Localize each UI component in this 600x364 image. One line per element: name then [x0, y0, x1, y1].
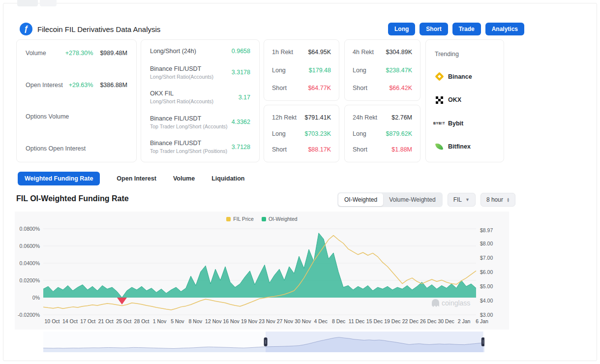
svg-text:27 Nov: 27 Nov: [277, 318, 294, 324]
trending-item-bybit[interactable]: BYB!TBybit: [435, 119, 495, 128]
legend-label: FIL Price: [233, 216, 254, 222]
svg-text:16 Nov: 16 Nov: [223, 318, 240, 324]
rekt-title: 12h Rekt: [272, 114, 297, 121]
ratio-value: 3.17: [239, 94, 250, 101]
volume-weighted-option[interactable]: Volume-Weighted: [383, 193, 442, 206]
rekt-total: $791.41K: [304, 114, 331, 121]
page-header: ƒ Filecoin FIL Derivatives Data Analysis: [20, 22, 160, 36]
svg-text:19 Nov: 19 Nov: [241, 318, 258, 324]
trending-title: Trending: [435, 51, 495, 58]
interval-select[interactable]: 8 hour ▲▼: [480, 193, 515, 207]
ratio-label: Binance FIL/USDT: [150, 115, 232, 122]
short-value: $1.88M: [391, 146, 412, 153]
window-control-pill: [17, 0, 38, 6]
svg-text:28 Oct: 28 Oct: [134, 318, 150, 324]
ratio-value: 3.3178: [232, 69, 250, 76]
svg-text:10 Oct: 10 Oct: [45, 318, 60, 324]
svg-text:30 Dec: 30 Dec: [438, 318, 454, 324]
weight-toggle: OI-WeightedVolume-Weighted: [337, 192, 443, 207]
ratio-sublabel: Top Trader Long/Short (Accounts): [150, 123, 232, 129]
svg-text:4 Dec: 4 Dec: [314, 318, 328, 324]
svg-text:$5.00: $5.00: [480, 283, 493, 289]
svg-text:-0.0200%: -0.0200%: [18, 312, 40, 318]
tab-weighted-funding-rate[interactable]: Weighted Funding Rate: [18, 172, 100, 185]
page-title: Filecoin FIL Derivatives Data Analysis: [37, 25, 160, 33]
exchange-name: Bybit: [448, 120, 463, 127]
svg-text:0.0200%: 0.0200%: [20, 277, 40, 283]
ratio-value: 4.3362: [232, 119, 250, 125]
long-value: $703.23K: [304, 130, 331, 137]
long-label: Long: [353, 130, 366, 137]
ratio-row: Long/Short (24h)0.9658: [150, 48, 250, 55]
trending-item-bitfinex[interactable]: Bitfinex: [435, 142, 495, 151]
long-value: $238.47K: [386, 67, 412, 74]
ratio-label: Binance FIL/USDT: [150, 65, 232, 72]
chart-range-navigator[interactable]: [43, 332, 484, 352]
svg-text:8 Nov: 8 Nov: [189, 318, 203, 324]
metric-row: Volume+278.30%$989.48M: [26, 50, 127, 57]
ratio-row: Binance FIL/USDTTop Trader Long/Short (A…: [150, 115, 250, 129]
binance-icon: [435, 72, 444, 81]
long-value: $879.62K: [386, 130, 412, 137]
svg-text:8 Dec: 8 Dec: [332, 318, 345, 324]
oi-weighted-option[interactable]: OI-Weighted: [338, 193, 383, 206]
exchange-name: Binance: [448, 73, 472, 80]
metric-row: Open Interest+29.63%$386.88M: [26, 82, 127, 89]
svg-text:6 Jan: 6 Jan: [476, 318, 488, 324]
symbol-select[interactable]: FIL ▼: [448, 193, 476, 207]
tab-liquidation[interactable]: Liquidation: [211, 175, 244, 182]
long-button[interactable]: Long: [388, 23, 415, 35]
svg-text:17 Oct: 17 Oct: [80, 318, 95, 324]
funding-rate-chart[interactable]: 0.0800%0.0600%0.0400%0.0200%0%-0.0200%$8…: [15, 223, 502, 328]
ratio-label: OKX FIL: [150, 90, 239, 97]
legend-item-fil-price[interactable]: FIL Price: [226, 216, 254, 222]
tab-volume[interactable]: Volume: [173, 175, 195, 182]
trade-button[interactable]: Trade: [452, 23, 481, 35]
svg-text:14 Oct: 14 Oct: [62, 318, 78, 324]
ratio-row: Binance FIL/USDTLong/Short Ratio(Account…: [150, 65, 250, 80]
svg-text:22 Dec: 22 Dec: [402, 318, 419, 324]
rekt-card: 12h Rekt$791.41KLong$703.23KShort$88.17K: [264, 105, 339, 162]
analytics-button[interactable]: Analytics: [485, 23, 524, 35]
tab-open-interest[interactable]: Open Interest: [117, 175, 156, 182]
svg-text:$8.97: $8.97: [480, 227, 493, 233]
svg-text:0.0400%: 0.0400%: [20, 260, 40, 266]
ratio-row: Binance FIL/USDTTop Trader Long/Short (P…: [150, 140, 250, 154]
coinglass-ghost-icon: [432, 299, 439, 307]
trending-card: TrendingBinanceOKXBYB!TBybitBitfinex: [425, 39, 504, 162]
svg-text:5 Nov: 5 Nov: [171, 318, 184, 324]
rekt-title: 24h Rekt: [353, 114, 377, 121]
ratio-label: Binance FIL/USDT: [150, 140, 232, 147]
coinglass-derivatives-page: { "header": { "title": "Filecoin FIL Der…: [0, 0, 600, 364]
legend-swatch: [262, 217, 266, 221]
metric-value: $386.88M: [100, 82, 127, 89]
rekt-title: 4h Rekt: [353, 49, 374, 56]
action-buttons: LongShortTradeAnalytics: [388, 23, 524, 35]
legend-item-oi-weighted[interactable]: OI-Weighted: [262, 216, 298, 222]
ratio-label: Long/Short (24h): [150, 48, 232, 55]
long-value: $179.48: [309, 67, 331, 74]
svg-text:$4.00: $4.00: [480, 298, 493, 303]
svg-text:23 Nov: 23 Nov: [259, 318, 275, 324]
long-label: Long: [272, 130, 286, 137]
watermark-text: coinglass: [442, 299, 470, 307]
trending-item-binance[interactable]: Binance: [435, 72, 495, 81]
symbol-select-value: FIL: [453, 196, 462, 203]
exchange-name: OKX: [448, 96, 461, 103]
window-control-pill: [40, 0, 57, 6]
chart-legend: FIL PriceOI-Weighted: [0, 216, 524, 222]
ratio-value: 3.7128: [232, 144, 250, 151]
spinner-arrows-icon: ▲▼: [507, 197, 510, 202]
long-label: Long: [272, 67, 286, 74]
legend-label: OI-Weighted: [269, 216, 298, 222]
trending-item-okx[interactable]: OKX: [435, 95, 495, 104]
metric-change: +278.30%: [65, 50, 93, 57]
short-value: $88.17K: [308, 146, 331, 153]
ratio-value: 0.9658: [232, 48, 250, 55]
chart-tab-bar: Weighted Funding RateOpen InterestVolume…: [18, 172, 245, 185]
svg-text:15 Dec: 15 Dec: [366, 318, 383, 324]
legend-swatch: [226, 217, 231, 221]
short-value: $66.42K: [389, 85, 412, 91]
short-label: Short: [272, 146, 287, 153]
short-button[interactable]: Short: [420, 23, 448, 35]
